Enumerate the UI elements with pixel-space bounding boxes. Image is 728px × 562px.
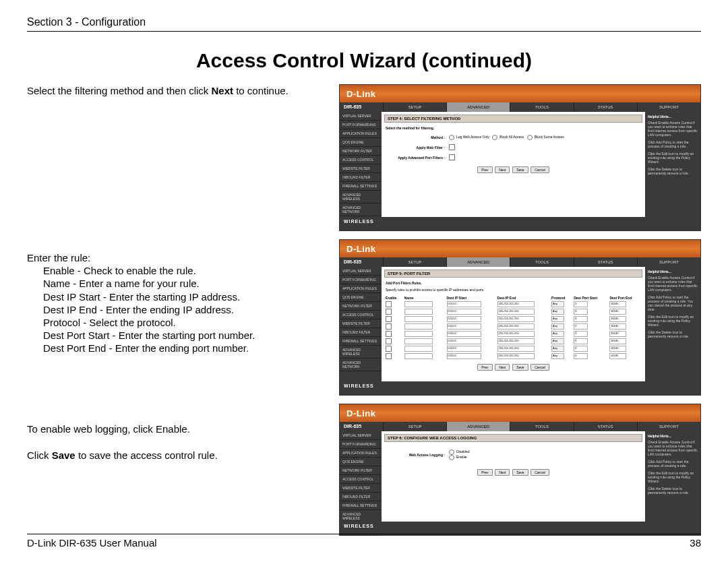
ipstart-input[interactable]: 0.0.0.0: [447, 346, 481, 352]
protocol-select[interactable]: Any: [551, 338, 564, 344]
sidebar-item[interactable]: QOS ENGINE: [340, 458, 382, 466]
ipend-input[interactable]: 255.255.255.255: [497, 331, 535, 337]
sidebar-item[interactable]: ACCESS CONTROL: [340, 311, 382, 319]
portstart-input[interactable]: 0: [574, 323, 588, 330]
tab-status[interactable]: STATUS: [574, 257, 637, 267]
ipstart-input[interactable]: 0.0.0.0: [447, 316, 481, 322]
radio-icon[interactable]: [449, 449, 454, 455]
sidebar-item[interactable]: PORT FORWARDING: [340, 440, 382, 449]
tab-support[interactable]: SUPPORT: [637, 257, 700, 267]
cancel-button[interactable]: Cancel: [530, 469, 549, 476]
tab-setup[interactable]: SETUP: [383, 422, 446, 431]
save-button[interactable]: Save: [512, 166, 528, 173]
tab-setup[interactable]: SETUP: [383, 257, 446, 267]
tab-support[interactable]: SUPPORT: [637, 422, 700, 431]
sidebar-item[interactable]: ACCESS CONTROL: [340, 475, 382, 484]
enable-checkbox[interactable]: [386, 316, 392, 322]
sidebar-item[interactable]: INBOUND FILTER: [340, 493, 382, 501]
prev-button[interactable]: Prev: [477, 364, 492, 371]
cancel-button[interactable]: Cancel: [530, 364, 549, 371]
next-button[interactable]: Next: [495, 469, 510, 476]
enable-checkbox[interactable]: [386, 346, 392, 352]
prev-button[interactable]: Prev: [477, 166, 492, 173]
protocol-select[interactable]: Any: [551, 301, 564, 307]
portend-input[interactable]: 65535: [609, 301, 626, 307]
sidebar-item[interactable]: NETWORK FILTER: [340, 147, 382, 156]
ipend-input[interactable]: 255.255.255.255: [497, 309, 535, 315]
tab-advanced[interactable]: ADVANCED: [446, 102, 510, 112]
sidebar-item[interactable]: ACCESS CONTROL: [340, 156, 382, 164]
next-button[interactable]: Next: [495, 166, 510, 173]
sidebar-item[interactable]: PORT FORWARDING: [340, 276, 382, 284]
sidebar-item[interactable]: FIREWALL SETTINGS: [340, 501, 382, 510]
tab-advanced[interactable]: ADVANCED: [446, 257, 510, 267]
sidebar-item[interactable]: FIREWALL SETTINGS: [340, 337, 382, 346]
enable-checkbox[interactable]: [386, 338, 392, 344]
sidebar-item[interactable]: WEBSITE FILTER: [340, 164, 382, 173]
enable-checkbox[interactable]: [386, 301, 392, 307]
tab-support[interactable]: SUPPORT: [637, 102, 700, 112]
sidebar-item[interactable]: QOS ENGINE: [340, 293, 382, 302]
portend-input[interactable]: 65535: [609, 323, 626, 330]
ipstart-input[interactable]: 0.0.0.0: [447, 331, 481, 337]
enable-checkbox[interactable]: [386, 353, 392, 359]
ipend-input[interactable]: 255.255.255.255: [497, 323, 535, 330]
ipstart-input[interactable]: 0.0.0.0: [447, 301, 481, 307]
portstart-input[interactable]: 0: [574, 353, 588, 359]
name-input[interactable]: [404, 346, 433, 352]
ipstart-input[interactable]: 0.0.0.0: [447, 323, 481, 330]
protocol-select[interactable]: Any: [551, 323, 564, 330]
radio-icon[interactable]: [492, 135, 497, 140]
portstart-input[interactable]: 0: [574, 309, 588, 315]
enable-checkbox[interactable]: [386, 309, 392, 315]
sidebar-item[interactable]: WEBSITE FILTER: [340, 319, 382, 328]
cancel-button[interactable]: Cancel: [530, 166, 549, 173]
portend-input[interactable]: 65535: [609, 346, 626, 352]
tab-status[interactable]: STATUS: [574, 422, 637, 431]
save-button[interactable]: Save: [512, 469, 528, 476]
name-input[interactable]: [404, 353, 433, 359]
sidebar-item[interactable]: FIREWALL SETTINGS: [340, 182, 382, 191]
checkbox-icon[interactable]: [449, 154, 455, 160]
protocol-select[interactable]: Any: [551, 309, 564, 315]
sidebar-item[interactable]: QOS ENGINE: [340, 138, 382, 147]
sidebar-item[interactable]: ADVANCED NETWORK: [340, 204, 382, 216]
ipend-input[interactable]: 255.255.255.255: [497, 301, 535, 307]
name-input[interactable]: [404, 331, 433, 337]
protocol-select[interactable]: Any: [551, 331, 564, 337]
tab-tools[interactable]: TOOLS: [510, 422, 573, 431]
sidebar-item[interactable]: APPLICATION RULES: [340, 284, 382, 293]
sidebar-item[interactable]: NETWORK FILTER: [340, 466, 382, 475]
save-button[interactable]: Save: [512, 364, 528, 371]
tab-setup[interactable]: SETUP: [383, 102, 446, 112]
ipend-input[interactable]: 255.255.255.255: [497, 353, 535, 359]
sidebar-item[interactable]: ADVANCED NETWORK: [340, 358, 382, 371]
name-input[interactable]: [404, 316, 433, 322]
ipend-input[interactable]: 255.255.255.255: [497, 346, 535, 352]
sidebar-item[interactable]: VIRTUAL SERVER: [340, 112, 382, 121]
sidebar-item[interactable]: ADVANCED WIRELESS: [340, 191, 382, 204]
tab-advanced[interactable]: ADVANCED: [446, 422, 510, 431]
name-input[interactable]: [404, 338, 433, 344]
protocol-select[interactable]: Any: [551, 353, 564, 359]
name-input[interactable]: [404, 323, 433, 330]
ipstart-input[interactable]: 0.0.0.0: [447, 353, 481, 359]
portend-input[interactable]: 65535: [609, 316, 626, 322]
name-input[interactable]: [404, 309, 433, 315]
enable-checkbox[interactable]: [386, 323, 392, 330]
checkbox-icon[interactable]: [449, 144, 455, 150]
portstart-input[interactable]: 0: [574, 316, 588, 322]
sidebar-item[interactable]: INBOUND FILTER: [340, 173, 382, 182]
protocol-select[interactable]: Any: [551, 316, 564, 322]
tab-tools[interactable]: TOOLS: [510, 257, 573, 267]
sidebar-item[interactable]: VIRTUAL SERVER: [340, 267, 382, 276]
ipstart-input[interactable]: 0.0.0.0: [447, 309, 481, 315]
radio-icon[interactable]: [449, 455, 454, 460]
portstart-input[interactable]: 0: [574, 331, 588, 337]
sidebar-item[interactable]: ADVANCED WIRELESS: [340, 346, 382, 358]
portstart-input[interactable]: 0: [574, 338, 588, 344]
ipstart-input[interactable]: 0.0.0.0: [447, 338, 481, 344]
radio-icon[interactable]: [449, 135, 454, 140]
portend-input[interactable]: 65535: [609, 338, 626, 344]
sidebar-item[interactable]: APPLICATION RULES: [340, 129, 382, 138]
